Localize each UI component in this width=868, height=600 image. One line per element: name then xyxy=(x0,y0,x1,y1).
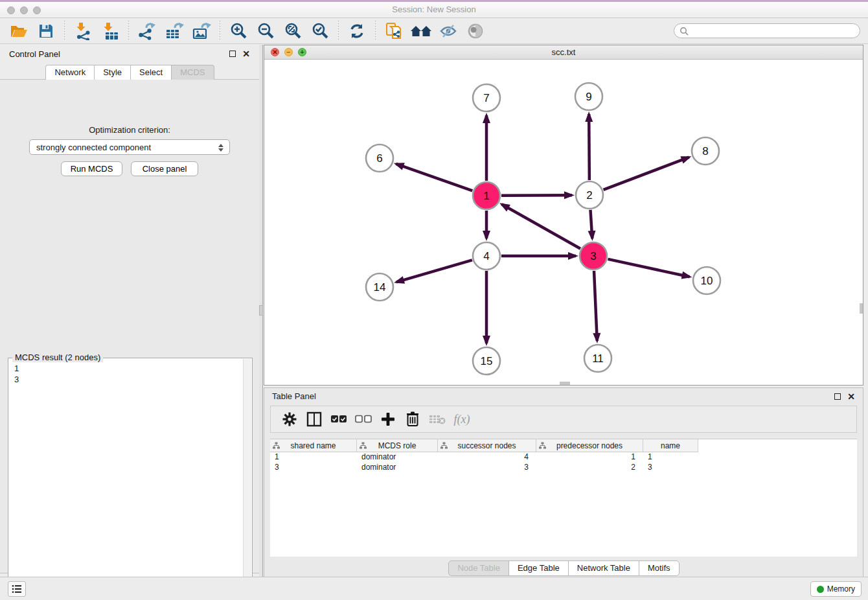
zoom-selected-icon[interactable] xyxy=(309,21,331,41)
deselect-all-columns-icon[interactable] xyxy=(353,410,374,429)
node-2[interactable]: 2 xyxy=(576,181,603,209)
network-window-titlebar[interactable]: ✕ − + scc.txt xyxy=(264,45,863,60)
function-builder-icon[interactable]: f(x) xyxy=(451,410,472,429)
column-header-predecessor-nodes[interactable]: predecessor nodes xyxy=(536,439,643,452)
column-header-shared-name[interactable]: shared name xyxy=(270,439,357,452)
table-row[interactable]: 1 dominator 4 1 1 xyxy=(270,452,857,463)
zoom-fit-icon[interactable] xyxy=(282,21,304,41)
table-float-icon[interactable] xyxy=(834,393,841,400)
node-14[interactable]: 14 xyxy=(366,273,393,301)
network-view-window: ✕ − + scc.txt 1234678910111415 xyxy=(264,45,863,386)
save-session-icon[interactable] xyxy=(35,21,57,41)
optimization-criterion-label: Optimization criterion: xyxy=(0,125,259,135)
zoom-in-icon[interactable] xyxy=(227,21,249,41)
node-8[interactable]: 8 xyxy=(692,137,719,165)
edge-1-2[interactable] xyxy=(501,195,572,196)
panel-divider[interactable] xyxy=(259,45,263,579)
eye-icon[interactable] xyxy=(464,21,486,41)
node-6[interactable]: 6 xyxy=(366,144,393,172)
edge-2-3[interactable] xyxy=(590,210,592,238)
edge-3-11[interactable] xyxy=(594,271,597,341)
tab-select[interactable]: Select xyxy=(130,65,172,80)
node-11[interactable]: 11 xyxy=(584,345,611,372)
zoom-out-icon[interactable] xyxy=(255,21,277,41)
application-window: Session: New Session xyxy=(0,0,868,600)
table-row[interactable]: 3 dominator 3 2 3 xyxy=(270,463,857,473)
network-vertical-scroll-thumb[interactable] xyxy=(860,303,863,314)
column-header-mcds-role[interactable]: MCDS role xyxy=(357,439,438,452)
node-7[interactable]: 7 xyxy=(473,84,500,111)
node-1[interactable]: 1 xyxy=(473,182,500,209)
refresh-icon[interactable] xyxy=(346,21,368,41)
column-header-name[interactable]: name xyxy=(643,439,698,452)
edge-2-8[interactable] xyxy=(604,157,689,190)
close-panel-button[interactable]: Close panel xyxy=(131,161,198,176)
export-table-icon[interactable] xyxy=(163,21,185,41)
tab-mcds[interactable]: MCDS xyxy=(171,65,214,80)
tab-network-table[interactable]: Network Table xyxy=(568,560,639,576)
table-toolbar: f(x) xyxy=(270,406,857,433)
list-icon xyxy=(12,584,22,594)
run-mcds-button[interactable]: Run MCDS xyxy=(61,161,122,176)
main-toolbar xyxy=(0,18,868,44)
title-bar: Session: New Session xyxy=(0,2,868,18)
tab-node-table[interactable]: Node Table xyxy=(448,560,509,576)
network-canvas[interactable]: 1234678910111415 xyxy=(264,60,863,385)
tab-edge-table[interactable]: Edge Table xyxy=(508,560,569,576)
export-network-icon[interactable] xyxy=(136,21,158,41)
tab-network[interactable]: Network xyxy=(45,65,95,80)
edge-3-10[interactable] xyxy=(608,259,689,277)
mcds-tab-content: Optimization criterion: strongly connect… xyxy=(0,79,259,573)
close-panel-icon[interactable]: ✕ xyxy=(242,51,250,57)
toggle-column-pane-icon[interactable] xyxy=(304,410,325,429)
select-all-columns-icon[interactable] xyxy=(328,410,349,429)
select-stepper-icon xyxy=(217,142,225,153)
svg-text:2: 2 xyxy=(586,189,592,202)
node-10[interactable]: 10 xyxy=(693,267,720,294)
network-horizontal-scroll-thumb[interactable] xyxy=(560,382,570,385)
edge-4-14[interactable] xyxy=(396,260,472,282)
search-input[interactable] xyxy=(689,25,860,37)
hide-graphics-icon[interactable] xyxy=(437,21,459,41)
node-3[interactable]: 3 xyxy=(580,242,607,270)
home-icon[interactable] xyxy=(410,21,432,41)
edge-2-9[interactable] xyxy=(589,114,589,180)
edge-3-1[interactable] xyxy=(502,204,580,248)
result-scrollbar[interactable] xyxy=(243,359,251,600)
memory-button[interactable]: Memory xyxy=(810,581,862,597)
search-icon xyxy=(680,27,689,36)
delete-table-icon[interactable] xyxy=(427,410,448,429)
delete-column-trash-icon[interactable] xyxy=(402,410,423,429)
edge-1-6[interactable] xyxy=(396,164,472,190)
export-image-icon[interactable] xyxy=(190,21,212,41)
svg-text:3: 3 xyxy=(590,250,596,262)
criterion-selected-value: strongly connected component xyxy=(36,143,151,152)
show-log-console-button[interactable] xyxy=(8,581,26,597)
table-close-icon[interactable]: ✕ xyxy=(847,393,855,400)
mcds-result-text[interactable]: 1 3 xyxy=(10,360,242,600)
add-column-icon[interactable] xyxy=(378,410,398,429)
search-box xyxy=(674,23,860,38)
table-settings-gear-icon[interactable] xyxy=(279,410,300,429)
table-header-row: shared name MCDS role successor nodes pr… xyxy=(270,439,857,452)
import-network-icon[interactable] xyxy=(72,21,94,41)
node-9[interactable]: 9 xyxy=(575,83,602,110)
open-session-icon[interactable] xyxy=(8,21,30,41)
table-panel-tabs: Node Table Edge Table Network Table Moti… xyxy=(264,560,863,576)
mcds-result-group: MCDS result (2 nodes) 1 3 xyxy=(8,358,253,600)
toolbar-separator xyxy=(375,21,376,41)
column-header-successor-nodes[interactable]: successor nodes xyxy=(438,439,536,452)
divider-grip[interactable] xyxy=(259,305,263,316)
node-15[interactable]: 15 xyxy=(473,347,500,375)
control-panel-tabs: Network Style Select MCDS xyxy=(0,65,259,80)
tab-motifs[interactable]: Motifs xyxy=(639,560,680,576)
toolbar-separator xyxy=(338,21,339,41)
node-4[interactable]: 4 xyxy=(473,242,500,270)
column-type-icon xyxy=(360,442,367,449)
network-document-icon[interactable] xyxy=(383,21,405,41)
toolbar-separator xyxy=(128,21,129,41)
criterion-select[interactable]: strongly connected component xyxy=(29,139,230,155)
float-panel-icon[interactable] xyxy=(229,51,236,57)
tab-style[interactable]: Style xyxy=(94,65,131,80)
import-table-icon[interactable] xyxy=(99,21,121,41)
